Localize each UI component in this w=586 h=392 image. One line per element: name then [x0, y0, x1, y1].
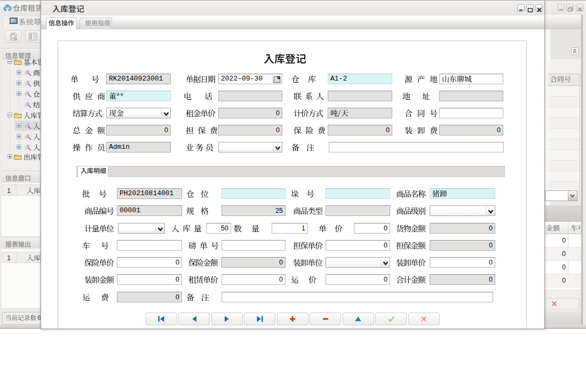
svg-text:y: y — [6, 6, 9, 12]
